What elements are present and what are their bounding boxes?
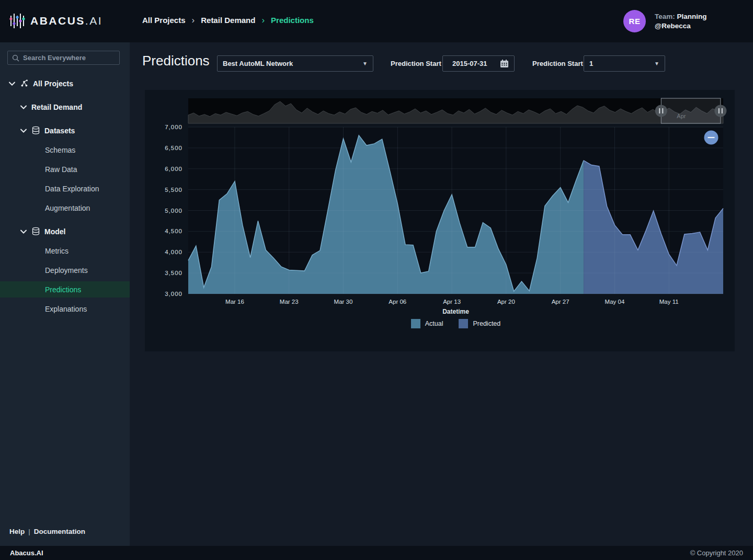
caret-down-icon: ▼ bbox=[654, 61, 659, 66]
model-select[interactable]: Best AutoML Network ▼ bbox=[217, 55, 373, 72]
sidebar-item-model[interactable]: Model bbox=[0, 222, 130, 241]
sidebar-item-label: Raw Data bbox=[45, 165, 77, 174]
sidebar-item-explanations[interactable]: Explanations bbox=[0, 299, 130, 318]
database-icon bbox=[31, 126, 40, 135]
chart-legend: ActualPredicted bbox=[188, 319, 723, 328]
sidebar-item-label: Schemas bbox=[45, 146, 75, 154]
help-link[interactable]: Help bbox=[9, 528, 25, 535]
prediction-start-date-input[interactable]: 2015-07-31 bbox=[442, 55, 515, 72]
sidebar-item-data-exploration[interactable]: Data Exploration bbox=[0, 179, 130, 198]
chevron-down-icon[interactable] bbox=[20, 105, 27, 110]
breadcrumb-chevron-icon: › bbox=[261, 16, 265, 24]
team-name: Planning bbox=[677, 13, 707, 20]
svg-text:Apr 06: Apr 06 bbox=[389, 299, 406, 305]
legend-item-actual[interactable]: Actual bbox=[411, 319, 443, 328]
sidebar-item-schemas[interactable]: Schemas bbox=[0, 140, 130, 159]
legend-label: Predicted bbox=[473, 320, 500, 327]
svg-text:May 04: May 04 bbox=[605, 299, 625, 305]
top-bar: ABACUS.AI All Projects›Retail Demand›Pre… bbox=[0, 0, 753, 42]
svg-text:4,500: 4,500 bbox=[165, 228, 182, 234]
caret-down-icon: ▼ bbox=[362, 61, 368, 66]
sidebar-item-augmentation[interactable]: Augmentation bbox=[0, 198, 130, 218]
navigator-handle-left[interactable] bbox=[655, 105, 667, 117]
footer-brand: Abacus.AI bbox=[10, 549, 43, 557]
documentation-link[interactable]: Documentation bbox=[34, 528, 85, 535]
avatar[interactable]: RE bbox=[623, 10, 646, 32]
chevron-down-icon[interactable] bbox=[20, 128, 27, 133]
sidebar-item-metrics[interactable]: Metrics bbox=[0, 241, 130, 260]
sidebar-item-deployments[interactable]: Deployments bbox=[0, 260, 130, 280]
sidebar-item-all-projects[interactable]: All Projects bbox=[0, 74, 130, 93]
sidebar-item-label: Model bbox=[44, 227, 65, 236]
svg-text:May 11: May 11 bbox=[659, 299, 679, 305]
sidebar-footer: Help|Documentation bbox=[9, 528, 85, 535]
abacus-logo-icon bbox=[9, 13, 25, 29]
breadcrumb-item-predictions[interactable]: Predictions bbox=[271, 16, 314, 25]
prediction-start-count-label: Prediction Start bbox=[532, 60, 583, 67]
legend-item-predicted[interactable]: Predicted bbox=[459, 319, 500, 328]
chevron-down-icon[interactable] bbox=[20, 229, 27, 234]
svg-text:5,000: 5,000 bbox=[165, 208, 182, 214]
svg-text:Apr 13: Apr 13 bbox=[443, 299, 461, 305]
breadcrumb-item-all-projects[interactable]: All Projects bbox=[142, 16, 186, 25]
abacus-logo[interactable]: ABACUS.AI bbox=[9, 13, 102, 29]
legend-label: Actual bbox=[425, 320, 443, 327]
user-menu[interactable]: RE Team: Planning @Rebecca bbox=[623, 10, 707, 32]
x-axis-labels: Mar 16Mar 23Mar 30Apr 06Apr 13Apr 20Apr … bbox=[225, 299, 679, 305]
sidebar-item-raw-data[interactable]: Raw Data bbox=[0, 159, 130, 179]
sidebar-item-label: All Projects bbox=[33, 79, 73, 88]
svg-text:Mar 30: Mar 30 bbox=[334, 299, 353, 305]
svg-text:Mar 23: Mar 23 bbox=[280, 299, 299, 305]
calendar-icon[interactable] bbox=[500, 59, 509, 68]
x-axis-title: Datetime bbox=[188, 308, 723, 315]
sidebar: All ProjectsRetail DemandDatasetsSchemas… bbox=[0, 42, 130, 546]
page-title: Predictions bbox=[142, 53, 210, 69]
zoom-out-button[interactable] bbox=[704, 131, 718, 145]
sidebar-item-predictions[interactable]: Predictions bbox=[0, 281, 130, 298]
sidebar-item-label: Predictions bbox=[45, 285, 81, 294]
search-box[interactable] bbox=[7, 51, 120, 65]
sidebar-item-label: Data Exploration bbox=[45, 185, 99, 193]
navigator-selection[interactable] bbox=[661, 98, 721, 123]
actual-area bbox=[188, 135, 584, 294]
sidebar-item-label: Deployments bbox=[45, 266, 88, 275]
footer-copyright: © Copyright 2020 bbox=[690, 549, 743, 557]
svg-text:Apr 20: Apr 20 bbox=[497, 299, 515, 305]
prediction-start-date-label: Prediction Start bbox=[391, 60, 441, 67]
search-icon bbox=[12, 54, 19, 62]
search-input[interactable] bbox=[23, 54, 115, 62]
navigator-month-label: Apr bbox=[677, 113, 686, 119]
sidebar-item-label: Augmentation bbox=[45, 204, 90, 212]
y-axis-labels: 3,0003,5004,0004,5005,0005,5006,0006,500… bbox=[165, 124, 182, 297]
predictions-chart-panel: Apr3,0003,5004,0004,5005,0005,5006,0006,… bbox=[145, 90, 735, 351]
svg-text:3,500: 3,500 bbox=[165, 270, 182, 276]
svg-text:6,000: 6,000 bbox=[165, 166, 182, 172]
logo-suffix: .AI bbox=[85, 15, 102, 27]
team-label: Team: bbox=[655, 13, 675, 20]
model-select-value: Best AutoML Network bbox=[223, 60, 293, 67]
sidebar-item-datasets[interactable]: Datasets bbox=[0, 121, 130, 140]
prediction-start-date-value: 2015-07-31 bbox=[448, 60, 500, 67]
svg-text:Mar 16: Mar 16 bbox=[225, 299, 244, 305]
abacus-app: ABACUS.AI All Projects›Retail Demand›Pre… bbox=[0, 0, 753, 560]
breadcrumb-item-retail-demand[interactable]: Retail Demand bbox=[201, 16, 255, 25]
prediction-start-count-select[interactable]: 1 ▼ bbox=[584, 55, 665, 72]
sidebar-item-label: Datasets bbox=[44, 127, 75, 135]
prediction-start-count-value: 1 bbox=[589, 60, 593, 67]
svg-text:3,000: 3,000 bbox=[165, 291, 182, 297]
logo-text: ABACUS.AI bbox=[30, 15, 102, 27]
sidebar-item-retail-demand[interactable]: Retail Demand bbox=[0, 97, 130, 117]
svg-text:7,000: 7,000 bbox=[165, 124, 182, 130]
footer-divider: | bbox=[28, 528, 30, 535]
database-icon bbox=[31, 227, 40, 236]
chevron-down-icon[interactable] bbox=[8, 81, 16, 86]
svg-text:6,500: 6,500 bbox=[165, 145, 182, 151]
svg-text:Apr 27: Apr 27 bbox=[552, 299, 569, 305]
navigator[interactable]: Apr bbox=[188, 98, 726, 123]
user-meta: Team: Planning @Rebecca bbox=[655, 12, 707, 31]
bottom-bar: Abacus.AI © Copyright 2020 bbox=[0, 546, 753, 560]
navigator-handle-right[interactable] bbox=[714, 105, 726, 117]
breadcrumb-chevron-icon: › bbox=[192, 16, 195, 24]
svg-text:4,000: 4,000 bbox=[165, 249, 182, 255]
sidebar-item-label: Metrics bbox=[45, 247, 69, 255]
